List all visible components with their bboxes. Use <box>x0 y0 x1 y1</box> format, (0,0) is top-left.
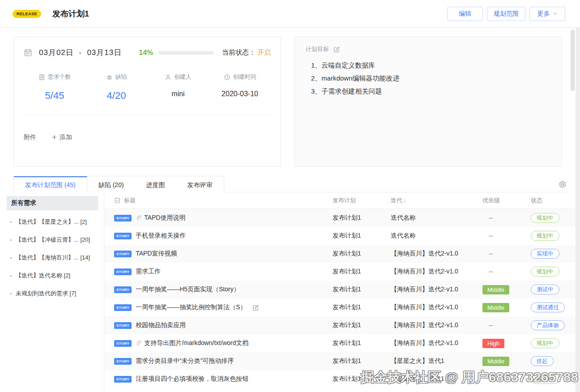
cell-plan: 发布计划1 <box>333 285 391 294</box>
sidebar-header-all-requirements[interactable]: 所有需求 <box>7 196 98 210</box>
priority-badge: Middle <box>482 357 509 366</box>
tab-bar: 发布计划范围 (45)缺陷 (20)进度图发布评审 <box>13 176 567 192</box>
stat-value[interactable]: 4/20 <box>85 90 147 102</box>
tab-item[interactable]: 进度图 <box>135 176 176 192</box>
add-attachment-button[interactable]: 添加 <box>51 133 72 141</box>
row-title-link[interactable]: 一周年抽奖——抽奖比例控制算法（S） <box>136 303 246 311</box>
cell-iteration: 迭代名称 <box>391 232 482 240</box>
bullet-dot-icon <box>10 293 12 294</box>
tab-item[interactable]: 发布评审 <box>176 176 224 192</box>
scrollbar-thumb[interactable] <box>571 30 575 91</box>
row-title-link[interactable]: 校园物品拍卖应用 <box>136 321 186 329</box>
row-title-link[interactable]: TAPD宣传视频 <box>136 250 177 258</box>
edit-row-icon[interactable] <box>252 304 259 311</box>
cell-priority: Middle <box>482 303 531 312</box>
cell-title: STORY一周年抽奖——H5页面实现（Story） <box>114 285 333 294</box>
goals-card: 计划目标 1、云端自定义数据库2、markdown编辑器功能改进3、子需求创建相… <box>294 37 562 166</box>
column-plan: 发布计划 <box>333 196 391 205</box>
priority-badge: Middle <box>482 303 509 312</box>
priority-empty: -- <box>482 268 493 275</box>
story-badge: STORY <box>114 376 132 383</box>
status-pill[interactable]: 测试中 <box>531 285 559 294</box>
row-title-link[interactable]: 一周年抽奖——H5页面实现（Story） <box>136 285 240 294</box>
stat-item: 缺陷4/20 <box>85 73 147 102</box>
table-row[interactable]: STORY手机登录相关操作发布计划1迭代名称--规划中 <box>104 227 580 245</box>
table-row[interactable]: STORY一周年抽奖——抽奖比例控制算法（S）发布计划1【海纳百川】迭代2-v1… <box>104 298 580 316</box>
table-row[interactable]: STORY校园物品拍卖应用发布计划1【海纳百川】迭代2-v1.0--产品体验 <box>104 316 580 334</box>
tab-active[interactable]: 发布计划范围 (45) <box>14 176 87 193</box>
cell-priority: -- <box>482 322 531 329</box>
row-title-link[interactable]: 支持导出图片/markdown/txt/word文档 <box>144 339 248 347</box>
status-pill[interactable]: 规划中 <box>531 231 559 241</box>
row-title-link[interactable]: 需求工作 <box>136 268 161 276</box>
bullet-dot-icon <box>10 239 12 241</box>
status-pill[interactable]: 产品体验 <box>531 320 565 330</box>
row-title-link[interactable]: TAPD使用说明 <box>144 214 185 222</box>
requirements-table: 标题 发布计划 迭代↓ 优先级 状态 STORYTAPD使用说明发布计划1迭代名… <box>104 192 580 392</box>
select-all-checkbox-icon[interactable] <box>114 197 120 204</box>
cell-status: 挂起 <box>531 356 580 366</box>
table-row[interactable]: STORY支持导出图片/markdown/txt/word文档发布计划1【海纳百… <box>104 334 580 352</box>
cell-iteration: 【海纳百川】迭代2-v1.0 <box>391 303 482 311</box>
date-separator: - <box>79 48 82 57</box>
sidebar-tree-item[interactable]: 未规划到迭代的需求 [7] <box>7 285 98 303</box>
page-title: 发布计划1 <box>52 9 89 19</box>
sidebar-tree-item-label: 【迭代】【星星之火】... [2] <box>16 213 87 231</box>
sidebar-tree-item[interactable]: 【迭代】【星星之火】... [2] <box>7 213 98 231</box>
priority-empty: -- <box>482 214 493 222</box>
stat-value: 2020-03-10 <box>209 90 271 98</box>
header-actions: 编辑 规划范围 更多 <box>447 7 565 21</box>
priority-empty: -- <box>482 322 493 329</box>
cell-iteration: 【星星之火】迭代1 <box>391 375 482 383</box>
status-pill[interactable]: 规划中 <box>531 213 559 223</box>
goals-header: 计划目标 <box>306 45 551 53</box>
status-pill[interactable]: 规划中 <box>531 267 559 277</box>
table-body: STORYTAPD使用说明发布计划1迭代名称--规划中STORY手机登录相关操作… <box>104 209 580 388</box>
status-pill[interactable]: 测试通过 <box>531 303 565 312</box>
cell-title: STORY手机登录相关操作 <box>114 232 333 240</box>
table-row[interactable]: STORYTAPD使用说明发布计划1迭代名称--规划中 <box>104 209 580 227</box>
date-progress-row: 03月02日 - 03月13日 14% 当前状态：开启 <box>24 47 271 58</box>
cell-status: 测试通过 <box>531 303 580 312</box>
plan-scope-button[interactable]: 规划范围 <box>487 7 525 21</box>
stat-label-text: 创建时间 <box>233 73 256 81</box>
cell-status: 规划中 <box>531 213 580 223</box>
gear-icon[interactable] <box>559 180 567 188</box>
sidebar-tree-item[interactable]: 【迭代】【冲破云霄】... [20] <box>7 231 98 249</box>
stat-value[interactable]: 5/45 <box>24 90 85 102</box>
row-title-link[interactable]: 需求分类目录中“未分类”可拖动排序 <box>136 357 234 365</box>
tab-item[interactable]: 缺陷 (20) <box>87 176 135 192</box>
table-row[interactable]: STORY注册项目四个必填项校验，取消灰色按钮发布计划1【星星之火】迭代1--规… <box>104 370 580 388</box>
bullet-dot-icon <box>10 257 12 259</box>
status-pill[interactable]: 实现中 <box>531 249 559 259</box>
story-badge: STORY <box>114 340 132 347</box>
add-attachment-label: 添加 <box>60 133 72 141</box>
sidebar-tree-item[interactable]: 【迭代】迭代名称 [2] <box>7 267 98 285</box>
edit-goals-icon[interactable] <box>333 46 340 53</box>
story-badge: STORY <box>114 268 132 275</box>
cell-title: STORY需求分类目录中“未分类”可拖动排序 <box>114 357 333 365</box>
table-row[interactable]: STORY需求工作发布计划1【海纳百川】迭代2-v1.0--规划中 <box>104 263 580 281</box>
table-row[interactable]: STORY一周年抽奖——H5页面实现（Story）发布计划1【海纳百川】迭代2-… <box>104 281 580 298</box>
cell-priority: Middle <box>482 285 531 294</box>
table-row[interactable]: STORYTAPD宣传视频发布计划1【海纳百川】迭代2-v1.0--实现中 <box>104 245 580 263</box>
row-title-link[interactable]: 注册项目四个必填项校验，取消灰色按钮 <box>136 375 248 383</box>
table-row[interactable]: STORY需求分类目录中“未分类”可拖动排序发布计划1【星星之火】迭代1Midd… <box>104 352 580 370</box>
priority-badge: Middle <box>482 285 509 294</box>
column-iteration[interactable]: 迭代↓ <box>391 196 482 205</box>
goals-title: 计划目标 <box>306 45 329 53</box>
sidebar-tree-item[interactable]: 【迭代】【海纳百川】... [14] <box>7 249 98 267</box>
status-pill[interactable]: 规划中 <box>531 338 559 348</box>
lower-section: 所有需求 【迭代】【星星之火】... [2]【迭代】【冲破云霄】... [20]… <box>0 192 580 392</box>
cell-iteration: 迭代名称 <box>391 214 482 222</box>
row-title-link[interactable]: 手机登录相关操作 <box>136 232 186 240</box>
scrollbar-track[interactable] <box>576 28 580 392</box>
cell-status: 规划中 <box>531 374 580 384</box>
more-button[interactable]: 更多 <box>529 7 565 21</box>
status-pill[interactable]: 挂起 <box>531 356 554 366</box>
status-pill[interactable]: 规划中 <box>531 374 559 384</box>
column-title-label: 标题 <box>124 196 136 205</box>
cell-iteration: 【海纳百川】迭代2-v1.0 <box>391 268 482 276</box>
attachment-row: 附件 添加 <box>24 133 271 141</box>
edit-button[interactable]: 编辑 <box>447 7 483 21</box>
